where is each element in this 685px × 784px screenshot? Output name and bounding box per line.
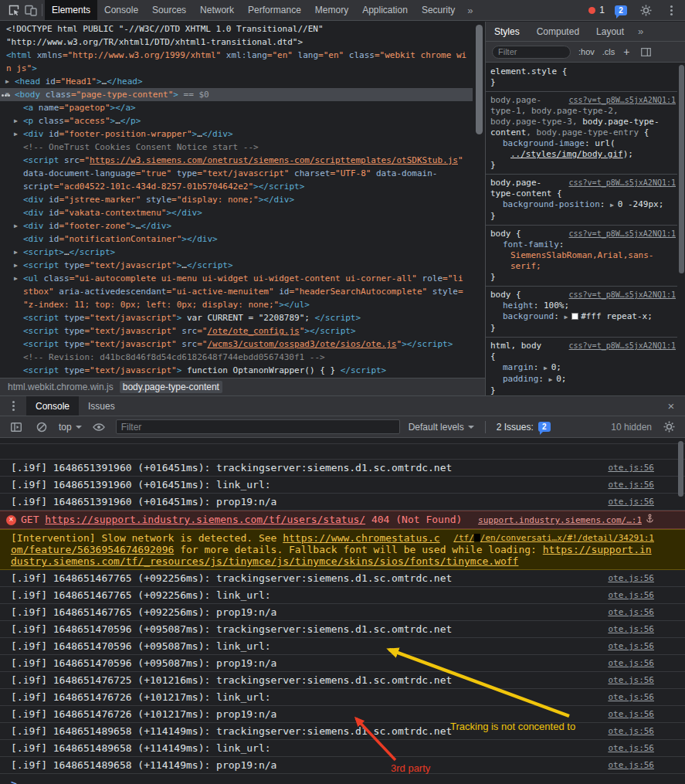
dom-line[interactable]: ▶<p class="access">…</p> [0, 114, 473, 127]
main-tab-application[interactable]: Application [355, 0, 415, 20]
main-tab-memory[interactable]: Memory [308, 0, 355, 20]
more-actions-icon[interactable] [2, 94, 4, 97]
style-line[interactable]: serif; [490, 261, 674, 272]
dom-line[interactable]: "z-index: 11; top: 0px; left: 0px; displ… [0, 298, 473, 311]
dom-line[interactable]: ▶<div id="footer-position-wrapper">…</di… [0, 127, 473, 141]
style-line[interactable]: margin: ▶ 0; [490, 362, 674, 374]
new-style-rule-button[interactable]: + [623, 46, 629, 58]
dom-line[interactable]: ▶<ul class="ui-autocomplete ui-menu ui-w… [0, 272, 473, 285]
style-line[interactable]: padding: ▶ 0; [490, 374, 674, 385]
dom-line[interactable]: <script src="https://w3.siemens.com/onet… [0, 154, 473, 167]
source-link[interactable]: ote.js:56 [608, 573, 654, 583]
elements-scrollbar[interactable] [476, 25, 483, 134]
styles-tab-computed[interactable]: Computed [528, 22, 588, 41]
style-line[interactable]: element.style { [490, 66, 674, 77]
dom-line[interactable]: <a name="pagetop"></a> [0, 101, 473, 114]
styles-more-tabs-button[interactable]: » [632, 25, 649, 37]
dom-line[interactable]: ▶<div id="footer-zone">…</div> [0, 219, 473, 232]
context-selector[interactable]: top [59, 422, 82, 433]
style-line[interactable]: type-content { [490, 188, 674, 199]
style-line[interactable]: } [490, 272, 674, 283]
source-link[interactable]: ote.js:56 [608, 760, 654, 770]
dom-line[interactable]: <div id="notificationContainer"></div> [0, 232, 473, 246]
twisty-icon[interactable]: ▶ [14, 127, 18, 141]
log-levels-dropdown[interactable]: Default levels [409, 422, 474, 433]
console-settings-gear-icon[interactable] [660, 417, 677, 437]
clear-console-icon[interactable] [33, 417, 50, 437]
dom-line[interactable]: "http://www.w3.org/TR/xhtml1/DTD/xhtml1-… [0, 36, 473, 49]
dom-line[interactable]: stbox" aria-activedescendant="ui-active-… [0, 285, 473, 298]
color-swatch[interactable] [571, 313, 578, 320]
source-link[interactable]: ote.js:56 [608, 480, 654, 490]
source-link[interactable]: ote.js:56 [608, 692, 654, 702]
style-line[interactable]: } [490, 160, 674, 171]
dom-line[interactable]: data-document-language="true" type="text… [0, 167, 473, 180]
dom-line[interactable]: ▶<head id="Head1">…</head> [0, 75, 473, 88]
pseudo-state-button[interactable]: :hov [578, 47, 595, 56]
twisty-icon[interactable]: ▶ [14, 219, 18, 232]
style-line[interactable]: } [490, 385, 674, 395]
stylesheet-link[interactable]: css?v=t_p8W…s5jxA2NQ1:1 [569, 95, 676, 106]
drawer-menu-icon[interactable] [6, 399, 20, 413]
source-link[interactable]: ote.js:56 [608, 607, 654, 617]
hidden-messages-label[interactable]: 10 hidden [611, 422, 652, 433]
style-line[interactable]: } [490, 77, 674, 88]
dom-line[interactable]: ▼<body class="page-type-content"> == $0 [0, 88, 473, 101]
style-line[interactable]: height: 100%; [490, 300, 674, 311]
main-tab-performance[interactable]: Performance [241, 0, 308, 20]
source-link[interactable]: ote.js:56 [608, 743, 654, 753]
stylesheet-link[interactable]: css?v=t_p8W…s5jxA2NQ1:1 [569, 290, 676, 300]
dom-line[interactable]: script="acd04522-101c-434d-8257-01b57046… [0, 180, 473, 193]
main-tab-console[interactable]: Console [97, 0, 145, 20]
main-tab-elements[interactable]: Elements [45, 0, 97, 20]
dom-line[interactable]: <html xmlns="http://www.w3.org/1999/xhtm… [0, 49, 473, 62]
twisty-icon[interactable]: ▼ [5, 88, 9, 101]
twisty-icon[interactable]: ▶ [14, 272, 18, 285]
stylesheet-link[interactable]: css?v=t_p8W…s5jxA2NQ1:1 [569, 178, 676, 188]
style-line[interactable]: background-position: ▶ 0 -249px; [490, 199, 674, 211]
issues-badge[interactable]: 2 [615, 5, 627, 15]
dom-line[interactable]: <script type="text/javascript"> function… [0, 364, 473, 377]
source-link[interactable]: support.industry.siemens.com/…:1 [478, 515, 642, 525]
styles-tab-layout[interactable]: Layout [588, 22, 632, 41]
style-line[interactable]: type-1, body.page-type-2, [490, 106, 674, 117]
source-link[interactable]: ote.js:56 [608, 590, 654, 600]
attribute-link[interactable]: /ote/ote_config.js [207, 326, 299, 336]
console-tab-console[interactable]: Console [26, 396, 79, 416]
twisty-icon[interactable]: ▶ [14, 246, 18, 259]
source-link[interactable]: ote.js:56 [608, 641, 654, 651]
kebab-menu-icon[interactable] [664, 3, 678, 17]
dom-line[interactable]: <!DOCTYPE html PUBLIC "-//W3C//DTD XHTML… [0, 22, 473, 36]
more-tabs-button[interactable]: » [462, 5, 478, 16]
dom-line[interactable]: <!-- OneTrust Cookies Consent Notice sta… [0, 141, 473, 154]
console-sidebar-icon[interactable] [8, 417, 25, 437]
breadcrumb-item[interactable]: html.webkit.chrome.win.js [5, 381, 117, 393]
twisty-icon[interactable]: ▶ [14, 114, 18, 127]
live-expression-eye-icon[interactable] [90, 417, 107, 437]
style-line[interactable]: content, body.page-type-entry { [490, 127, 674, 138]
attribute-link[interactable]: https://w3.siemens.com/onetrust/siemens-… [90, 155, 458, 165]
dom-line[interactable]: <script type="text/javascript" src="/ote… [0, 324, 473, 338]
styles-filter-input[interactable] [492, 46, 571, 59]
style-line[interactable]: } [490, 323, 674, 334]
dock-sidebar-icon[interactable] [637, 42, 654, 62]
dom-line[interactable]: <!-- Revision: d41bc8d46f8d54cd6182648f7… [0, 351, 473, 364]
style-line[interactable]: ../styles/img/body.gif); [490, 149, 674, 160]
styles-tab-styles[interactable]: Styles [486, 22, 528, 41]
anchor-icon[interactable] [646, 515, 654, 525]
style-line[interactable]: font-family: [490, 239, 674, 250]
main-tab-sources[interactable]: Sources [145, 0, 193, 20]
source-link[interactable]: ote.js:56 [608, 726, 654, 736]
source-link[interactable]: ote.js:56 [608, 658, 654, 668]
dom-line[interactable]: n js"> [0, 62, 473, 75]
console-error-counter[interactable]: 1 [588, 5, 605, 15]
issues-counter-button[interactable]: 2 Issues: 2 [497, 422, 551, 433]
inspect-icon[interactable] [5, 0, 22, 20]
style-line[interactable]: background-image: url( [490, 138, 674, 149]
source-link[interactable]: ote.js:56 [608, 709, 654, 719]
breadcrumb-item[interactable]: body.page-type-content [120, 381, 222, 393]
source-link[interactable]: ote.js:56 [608, 497, 654, 507]
stylesheet-link[interactable]: css?v=t_p8W…s5jxA2NQ1:1 [569, 229, 676, 239]
style-line[interactable]: body.page-type-3, body.page-type- [490, 117, 674, 127]
source-link[interactable]: /en/conversati…x/#!/detail/34291:1 [480, 533, 654, 543]
